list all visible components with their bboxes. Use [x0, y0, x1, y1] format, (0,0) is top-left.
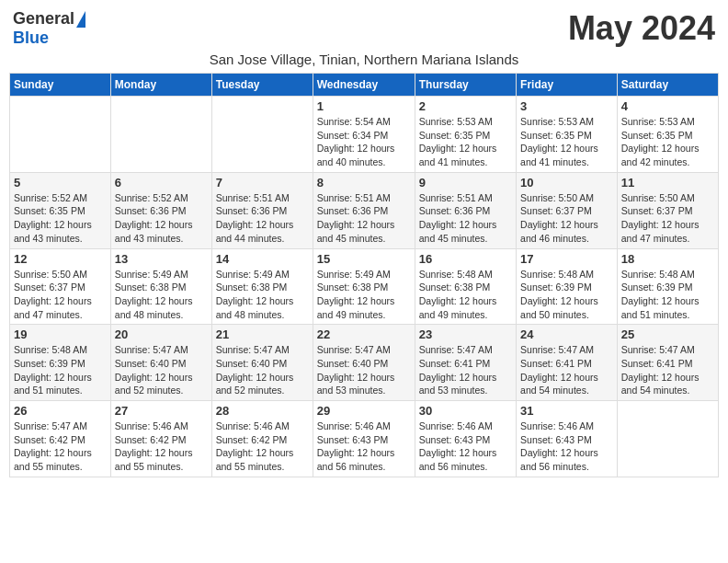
- day-number: 30: [419, 404, 512, 418]
- day-number: 18: [621, 252, 714, 266]
- day-info: Sunrise: 5:52 AM Sunset: 6:35 PM Dayligh…: [14, 191, 107, 246]
- day-info: Sunrise: 5:48 AM Sunset: 6:39 PM Dayligh…: [621, 268, 714, 322]
- day-number: 20: [115, 327, 208, 341]
- day-of-week-header: Wednesday: [313, 74, 415, 97]
- day-number: 16: [419, 252, 512, 266]
- calendar-cell: 6Sunrise: 5:52 AM Sunset: 6:36 PM Daylig…: [110, 172, 211, 248]
- calendar-week-row: 12Sunrise: 5:50 AM Sunset: 6:37 PM Dayli…: [10, 248, 719, 325]
- calendar-cell: 11Sunrise: 5:50 AM Sunset: 6:37 PM Dayli…: [617, 172, 718, 248]
- title-section: May 2024: [568, 9, 715, 48]
- day-info: Sunrise: 5:46 AM Sunset: 6:42 PM Dayligh…: [216, 419, 309, 474]
- day-number: 6: [115, 176, 208, 190]
- calendar-cell: 27Sunrise: 5:46 AM Sunset: 6:42 PM Dayli…: [110, 401, 211, 477]
- day-number: 13: [115, 252, 208, 266]
- calendar-cell: 24Sunrise: 5:47 AM Sunset: 6:41 PM Dayli…: [517, 325, 618, 401]
- day-of-week-header: Saturday: [617, 74, 718, 97]
- calendar-cell: [211, 97, 313, 173]
- day-number: 15: [317, 252, 411, 266]
- day-number: 31: [520, 404, 613, 418]
- day-info: Sunrise: 5:46 AM Sunset: 6:43 PM Dayligh…: [317, 419, 411, 474]
- calendar-cell: 15Sunrise: 5:49 AM Sunset: 6:38 PM Dayli…: [313, 248, 415, 325]
- day-info: Sunrise: 5:48 AM Sunset: 6:38 PM Dayligh…: [419, 268, 512, 322]
- calendar-cell: 31Sunrise: 5:46 AM Sunset: 6:43 PM Dayli…: [517, 401, 618, 477]
- main-title: May 2024: [568, 9, 715, 48]
- day-of-week-header: Tuesday: [211, 74, 313, 97]
- calendar-cell: 9Sunrise: 5:51 AM Sunset: 6:36 PM Daylig…: [415, 172, 516, 248]
- day-info: Sunrise: 5:46 AM Sunset: 6:42 PM Dayligh…: [115, 419, 208, 474]
- calendar-week-row: 26Sunrise: 5:47 AM Sunset: 6:42 PM Dayli…: [10, 401, 719, 477]
- subtitle: San Jose Village, Tinian, Northern Maria…: [9, 52, 719, 67]
- day-info: Sunrise: 5:47 AM Sunset: 6:42 PM Dayligh…: [14, 419, 107, 474]
- day-number: 5: [14, 176, 107, 190]
- day-number: 19: [14, 327, 107, 341]
- calendar-cell: 21Sunrise: 5:47 AM Sunset: 6:40 PM Dayli…: [211, 325, 313, 401]
- calendar-cell: 10Sunrise: 5:50 AM Sunset: 6:37 PM Dayli…: [517, 172, 618, 248]
- day-number: 2: [419, 99, 512, 113]
- day-number: 1: [317, 99, 411, 113]
- day-info: Sunrise: 5:47 AM Sunset: 6:40 PM Dayligh…: [317, 343, 411, 397]
- day-of-week-header: Monday: [110, 74, 211, 97]
- day-info: Sunrise: 5:47 AM Sunset: 6:41 PM Dayligh…: [520, 343, 613, 397]
- day-number: 22: [317, 327, 411, 341]
- calendar-week-row: 1Sunrise: 5:54 AM Sunset: 6:34 PM Daylig…: [10, 97, 719, 173]
- calendar-cell: 19Sunrise: 5:48 AM Sunset: 6:39 PM Dayli…: [10, 325, 111, 401]
- calendar-cell: 4Sunrise: 5:53 AM Sunset: 6:35 PM Daylig…: [617, 97, 718, 173]
- day-info: Sunrise: 5:53 AM Sunset: 6:35 PM Dayligh…: [419, 115, 512, 169]
- logo-general-text: General: [13, 9, 74, 29]
- day-number: 17: [520, 252, 613, 266]
- day-number: 28: [216, 404, 309, 418]
- day-number: 14: [216, 252, 309, 266]
- logo: General Blue: [13, 9, 85, 48]
- day-number: 26: [14, 404, 107, 418]
- calendar-week-row: 19Sunrise: 5:48 AM Sunset: 6:39 PM Dayli…: [10, 325, 719, 401]
- day-info: Sunrise: 5:50 AM Sunset: 6:37 PM Dayligh…: [14, 268, 107, 322]
- day-number: 3: [520, 99, 613, 113]
- calendar-cell: 13Sunrise: 5:49 AM Sunset: 6:38 PM Dayli…: [110, 248, 211, 325]
- calendar-cell: [10, 97, 111, 173]
- calendar-cell: 3Sunrise: 5:53 AM Sunset: 6:35 PM Daylig…: [517, 97, 618, 173]
- day-info: Sunrise: 5:49 AM Sunset: 6:38 PM Dayligh…: [115, 268, 208, 322]
- calendar-cell: 25Sunrise: 5:47 AM Sunset: 6:41 PM Dayli…: [617, 325, 718, 401]
- day-of-week-header: Friday: [517, 74, 618, 97]
- calendar-cell: 5Sunrise: 5:52 AM Sunset: 6:35 PM Daylig…: [10, 172, 111, 248]
- day-of-week-header: Thursday: [415, 74, 516, 97]
- calendar-cell: 7Sunrise: 5:51 AM Sunset: 6:36 PM Daylig…: [211, 172, 313, 248]
- day-number: 11: [621, 176, 714, 190]
- day-info: Sunrise: 5:47 AM Sunset: 6:40 PM Dayligh…: [115, 343, 208, 397]
- calendar-cell: [110, 97, 211, 173]
- calendar-cell: 1Sunrise: 5:54 AM Sunset: 6:34 PM Daylig…: [313, 97, 415, 173]
- calendar-cell: 20Sunrise: 5:47 AM Sunset: 6:40 PM Dayli…: [110, 325, 211, 401]
- day-number: 10: [520, 176, 613, 190]
- day-info: Sunrise: 5:51 AM Sunset: 6:36 PM Dayligh…: [419, 191, 512, 246]
- calendar-cell: 23Sunrise: 5:47 AM Sunset: 6:41 PM Dayli…: [415, 325, 516, 401]
- calendar-cell: 18Sunrise: 5:48 AM Sunset: 6:39 PM Dayli…: [617, 248, 718, 325]
- day-info: Sunrise: 5:51 AM Sunset: 6:36 PM Dayligh…: [216, 191, 309, 246]
- day-info: Sunrise: 5:49 AM Sunset: 6:38 PM Dayligh…: [317, 268, 411, 322]
- day-info: Sunrise: 5:51 AM Sunset: 6:36 PM Dayligh…: [317, 191, 411, 246]
- day-number: 21: [216, 327, 309, 341]
- calendar-table: SundayMondayTuesdayWednesdayThursdayFrid…: [9, 73, 719, 477]
- calendar-cell: [617, 401, 718, 477]
- day-number: 29: [317, 404, 411, 418]
- day-number: 12: [14, 252, 107, 266]
- day-number: 9: [419, 176, 512, 190]
- calendar-cell: 29Sunrise: 5:46 AM Sunset: 6:43 PM Dayli…: [313, 401, 415, 477]
- day-number: 25: [621, 327, 714, 341]
- day-info: Sunrise: 5:48 AM Sunset: 6:39 PM Dayligh…: [520, 268, 613, 322]
- day-info: Sunrise: 5:46 AM Sunset: 6:43 PM Dayligh…: [520, 419, 613, 474]
- calendar-cell: 22Sunrise: 5:47 AM Sunset: 6:40 PM Dayli…: [313, 325, 415, 401]
- calendar-cell: 16Sunrise: 5:48 AM Sunset: 6:38 PM Dayli…: [415, 248, 516, 325]
- calendar-cell: 28Sunrise: 5:46 AM Sunset: 6:42 PM Dayli…: [211, 401, 313, 477]
- days-of-week-row: SundayMondayTuesdayWednesdayThursdayFrid…: [10, 74, 719, 97]
- calendar-header: SundayMondayTuesdayWednesdayThursdayFrid…: [10, 74, 719, 97]
- calendar-week-row: 5Sunrise: 5:52 AM Sunset: 6:35 PM Daylig…: [10, 172, 719, 248]
- calendar-cell: 17Sunrise: 5:48 AM Sunset: 6:39 PM Dayli…: [517, 248, 618, 325]
- day-info: Sunrise: 5:50 AM Sunset: 6:37 PM Dayligh…: [520, 191, 613, 246]
- day-info: Sunrise: 5:53 AM Sunset: 6:35 PM Dayligh…: [520, 115, 613, 169]
- calendar-body: 1Sunrise: 5:54 AM Sunset: 6:34 PM Daylig…: [10, 97, 719, 477]
- day-info: Sunrise: 5:47 AM Sunset: 6:41 PM Dayligh…: [621, 343, 714, 397]
- calendar-cell: 14Sunrise: 5:49 AM Sunset: 6:38 PM Dayli…: [211, 248, 313, 325]
- day-number: 24: [520, 327, 613, 341]
- day-number: 7: [216, 176, 309, 190]
- day-of-week-header: Sunday: [10, 74, 111, 97]
